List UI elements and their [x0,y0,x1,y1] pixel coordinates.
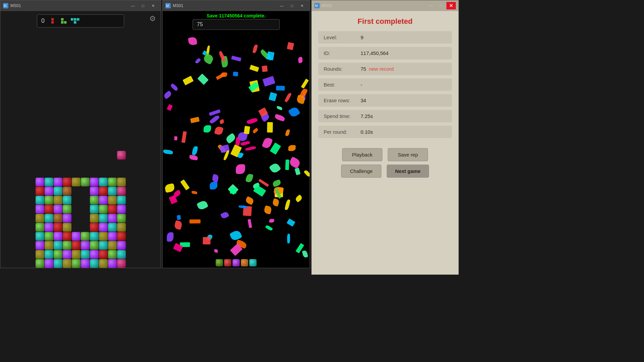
confetti-piece [214,126,224,135]
confetti-piece [298,57,303,63]
confetti-piece [209,109,221,116]
confetti-piece [302,250,308,258]
results-panel: First completed Level: 9 ID: 117,450,564… [312,11,459,275]
left-minimize-btn[interactable]: — [128,2,138,9]
confetti-piece [163,149,173,154]
confetti-piece [284,93,292,103]
save-rep-button[interactable]: Save rep [388,148,428,161]
confetti-piece [190,220,201,224]
right-close-btn[interactable]: ✕ [446,2,456,9]
confetti-piece [288,156,301,169]
confetti-piece [287,219,296,227]
id-label: ID: [324,50,361,56]
confetti-piece [192,145,198,155]
challenge-button[interactable]: Challenge [341,165,381,178]
id-value: 117,450,564 [361,50,388,56]
left-game-area: ⚙ 0 [0,11,161,268]
confetti-piece [238,205,247,208]
left-board-area [0,31,161,268]
confetti-piece [174,136,177,140]
action-buttons-row2: Challenge Next game [318,165,452,178]
left-window-title: MS01 [10,3,128,8]
confetti-piece [287,234,290,244]
confetti-piece [258,179,269,187]
per-round-label: Per round: [324,129,361,135]
confetti-piece [221,72,227,77]
app-icon-right: M [314,3,320,8]
confetti-piece [231,55,241,61]
confetti-piece [270,142,281,155]
confetti-piece [219,119,225,124]
next-pieces-preview [51,18,79,24]
confetti-piece [249,65,259,72]
confetti-piece [174,220,183,230]
level-label: Level: [324,35,361,40]
left-titlebar: M MS01 — □ ✕ [0,0,161,11]
confetti-piece [247,117,258,125]
action-buttons-row1: Playback Save rep [318,148,452,161]
settings-gear-btn[interactable]: ⚙ [149,14,156,23]
confetti-piece [203,125,211,133]
confetti-piece [176,215,181,220]
confetti-piece [252,44,258,53]
middle-minimize-btn[interactable]: — [277,2,287,9]
confetti-piece [189,155,198,160]
spend-time-label: Spend time: [324,113,361,119]
confetti-piece [276,106,283,110]
middle-maximize-btn[interactable]: □ [287,2,297,9]
middle-close-btn[interactable]: ✕ [297,2,307,9]
left-window-controls: — □ ✕ [128,2,158,9]
confetti-piece [235,137,240,146]
middle-window-title: MS01 [173,3,277,8]
confetti-piece [203,237,210,245]
confetti-area [163,11,310,268]
middle-window-controls: — □ ✕ [277,2,307,9]
left-window: M MS01 — □ ✕ ⚙ 0 [0,0,161,268]
erase-rows-row: Erase rows: 34 [318,94,452,107]
confetti-piece [304,169,310,177]
confetti-piece [276,86,285,90]
left-board-grid [36,178,126,268]
level-row: Level: 9 [318,31,452,44]
right-maximize-btn[interactable]: □ [436,2,446,9]
confetti-piece [268,92,277,101]
confetti-piece [188,37,198,46]
left-score-bar: 0 [37,14,124,27]
confetti-piece [265,225,273,232]
left-close-btn[interactable]: ✕ [148,2,158,9]
per-round-row: Per round: 0.10s [318,126,452,138]
best-value: - [361,82,362,87]
level-value: 9 [361,35,363,40]
best-label: Best: [324,82,361,87]
confetti-piece [180,179,190,190]
svg-text:M: M [4,4,6,8]
confetti-piece [269,162,281,174]
playback-button[interactable]: Playback [342,148,382,161]
erase-rows-value: 34 [361,98,366,103]
left-score: 0 [41,17,48,24]
next-game-button[interactable]: Next game [387,165,429,178]
svg-text:M: M [315,4,318,8]
confetti-piece [244,126,250,134]
app-icon-middle: M [165,3,171,8]
middle-game-area: Save 117450564 complete. 75 [163,11,310,268]
confetti-piece [262,136,273,149]
rounds-row: Rounds: 75 new record [318,63,452,75]
confetti-piece [230,188,236,194]
middle-titlebar: M MS01 — □ ✕ [163,0,310,11]
right-minimize-btn[interactable]: — [426,2,436,9]
id-row: ID: 117,450,564 [318,47,452,59]
left-maximize-btn[interactable]: □ [138,2,148,9]
confetti-piece [294,168,301,175]
confetti-piece [170,83,179,91]
new-record-badge: new record [369,66,394,72]
right-titlebar: M MS01 — □ ✕ [312,0,459,11]
middle-window: M MS01 — □ ✕ Save 117450564 complete. 75 [162,0,310,268]
confetti-piece [274,114,285,121]
confetti-piece [252,128,259,134]
confetti-piece [288,106,301,118]
confetti-piece [263,76,275,87]
confetti-piece [197,200,209,211]
confetti-piece [266,51,274,60]
confetti-piece [245,196,255,205]
